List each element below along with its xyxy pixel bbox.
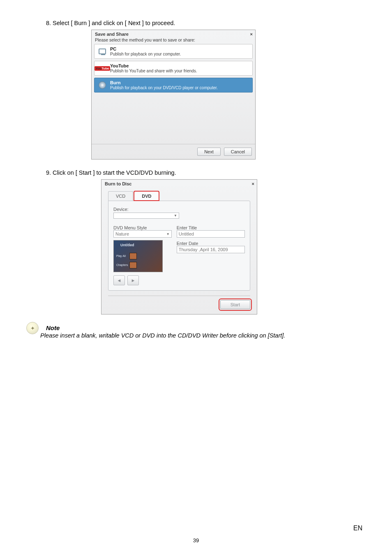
option-pc-title: PC	[110, 46, 181, 51]
tab-vcd[interactable]: VCD	[108, 191, 133, 201]
menu-style-select[interactable]: Nature ▼	[113, 230, 172, 238]
option-burn[interactable]: Burn Publish for playback on your DVD/VC…	[94, 78, 253, 92]
enter-title-label: Enter Title	[177, 225, 245, 230]
dvd-panel: Device: ▼ DVD Menu Style Nature ▼ Untitl…	[108, 201, 250, 291]
option-yt-title: YouTube	[110, 63, 197, 68]
prev-style-button[interactable]: ◄	[113, 275, 125, 285]
burn-dialog-title: Burn to Disc	[105, 181, 131, 186]
chevron-down-icon: ▼	[174, 214, 177, 217]
next-button[interactable]: Next	[197, 148, 221, 156]
chevron-down-icon: ▼	[166, 232, 170, 236]
option-youtube[interactable]: YouTube YouTube Publish to YouTube and s…	[94, 61, 253, 76]
youtube-icon: YouTube	[98, 64, 107, 73]
note-heading: Note	[46, 324, 285, 331]
dialog-title: Save and Share	[95, 32, 129, 37]
language-indicator: EN	[353, 525, 362, 532]
menu-style-value: Nature	[115, 231, 129, 236]
menu-style-label: DVD Menu Style	[113, 225, 172, 230]
next-style-button[interactable]: ►	[127, 275, 139, 285]
burn-disc-dialog: Burn to Disc × VCD DVD Device: ▼ DVD Men…	[101, 179, 257, 314]
date-value: Thursday ,April 16, 2009	[179, 247, 228, 252]
date-input[interactable]: Thursday ,April 16, 2009	[177, 246, 245, 253]
save-share-dialog: Save and Share × Please select the metho…	[91, 30, 256, 160]
pc-icon	[98, 47, 107, 56]
note-icon: ✦	[26, 322, 39, 334]
option-burn-desc: Publish for playback on your DVD/VCD pla…	[110, 86, 218, 90]
start-button[interactable]: Start	[220, 300, 250, 309]
note-body: Please insert a blank, writable VCD or D…	[40, 332, 285, 339]
option-pc-desc: Publish for playback on your computer.	[110, 52, 181, 56]
device-label: Device:	[113, 207, 245, 212]
close-icon[interactable]: ×	[250, 32, 253, 37]
title-value: Untitled	[179, 231, 194, 236]
yt-black: You	[95, 67, 101, 70]
dialog-subtitle: Please select the method you want to sav…	[92, 37, 255, 44]
option-burn-title: Burn	[110, 80, 218, 85]
option-pc[interactable]: PC Publish for playback on your computer…	[94, 44, 253, 59]
cancel-button[interactable]: Cancel	[224, 148, 252, 156]
preview-chapters: Chapters	[116, 264, 128, 266]
yt-red: Tube	[101, 67, 109, 70]
device-select[interactable]: ▼	[113, 213, 179, 219]
menu-preview: Untitled Play All Chapters	[113, 240, 163, 272]
step9-text: 9. Click on [ Start ] to start the VCD/D…	[46, 169, 362, 176]
disc-icon	[98, 81, 107, 90]
enter-date-label: Enter Date	[177, 241, 245, 246]
page-number: 39	[0, 537, 392, 543]
title-input[interactable]: Untitled	[177, 230, 245, 238]
preview-play: Play All	[116, 254, 126, 257]
step8-text: 8. Select [ Burn ] and click on [ Next ]…	[46, 20, 362, 26]
option-yt-desc: Publish to YouTube and share with your f…	[110, 69, 197, 73]
tab-dvd[interactable]: DVD	[134, 191, 159, 201]
preview-title: Untitled	[120, 243, 134, 247]
close-icon[interactable]: ×	[252, 181, 254, 186]
